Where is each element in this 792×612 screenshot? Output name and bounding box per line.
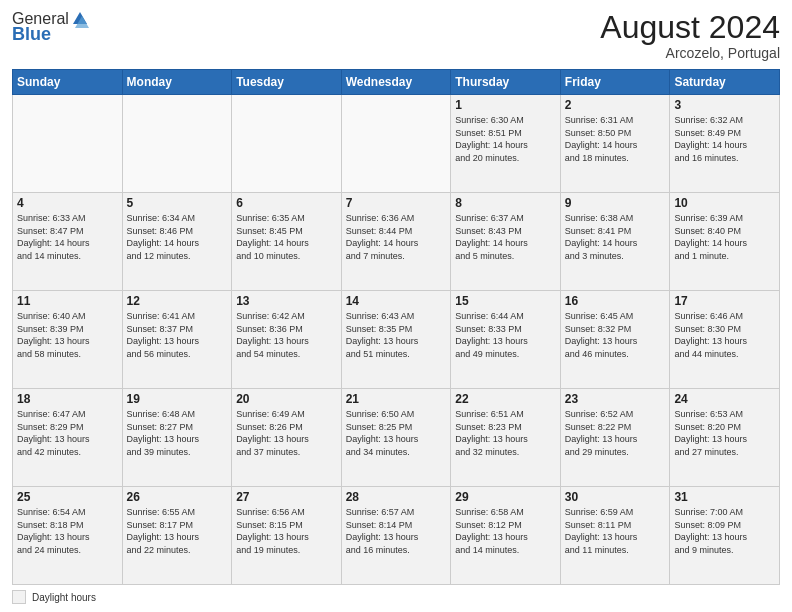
day-info: Sunrise: 6:42 AM Sunset: 8:36 PM Dayligh… bbox=[236, 310, 337, 360]
day-cell: 14Sunrise: 6:43 AM Sunset: 8:35 PM Dayli… bbox=[341, 291, 451, 389]
day-cell: 25Sunrise: 6:54 AM Sunset: 8:18 PM Dayli… bbox=[13, 487, 123, 585]
day-cell: 12Sunrise: 6:41 AM Sunset: 8:37 PM Dayli… bbox=[122, 291, 232, 389]
weekday-saturday: Saturday bbox=[670, 70, 780, 95]
day-info: Sunrise: 6:30 AM Sunset: 8:51 PM Dayligh… bbox=[455, 114, 556, 164]
logo: General Blue bbox=[12, 10, 89, 45]
day-info: Sunrise: 6:52 AM Sunset: 8:22 PM Dayligh… bbox=[565, 408, 666, 458]
day-cell: 29Sunrise: 6:58 AM Sunset: 8:12 PM Dayli… bbox=[451, 487, 561, 585]
day-info: Sunrise: 6:38 AM Sunset: 8:41 PM Dayligh… bbox=[565, 212, 666, 262]
day-cell: 10Sunrise: 6:39 AM Sunset: 8:40 PM Dayli… bbox=[670, 193, 780, 291]
day-number: 28 bbox=[346, 490, 447, 504]
day-info: Sunrise: 6:53 AM Sunset: 8:20 PM Dayligh… bbox=[674, 408, 775, 458]
day-number: 31 bbox=[674, 490, 775, 504]
day-cell: 5Sunrise: 6:34 AM Sunset: 8:46 PM Daylig… bbox=[122, 193, 232, 291]
day-number: 2 bbox=[565, 98, 666, 112]
day-number: 27 bbox=[236, 490, 337, 504]
day-info: Sunrise: 6:45 AM Sunset: 8:32 PM Dayligh… bbox=[565, 310, 666, 360]
day-cell: 3Sunrise: 6:32 AM Sunset: 8:49 PM Daylig… bbox=[670, 95, 780, 193]
location-subtitle: Arcozelo, Portugal bbox=[600, 45, 780, 61]
day-cell: 21Sunrise: 6:50 AM Sunset: 8:25 PM Dayli… bbox=[341, 389, 451, 487]
day-info: Sunrise: 6:40 AM Sunset: 8:39 PM Dayligh… bbox=[17, 310, 118, 360]
day-number: 7 bbox=[346, 196, 447, 210]
header: General Blue August 2024 Arcozelo, Portu… bbox=[12, 10, 780, 61]
day-info: Sunrise: 6:32 AM Sunset: 8:49 PM Dayligh… bbox=[674, 114, 775, 164]
day-info: Sunrise: 6:35 AM Sunset: 8:45 PM Dayligh… bbox=[236, 212, 337, 262]
day-info: Sunrise: 6:50 AM Sunset: 8:25 PM Dayligh… bbox=[346, 408, 447, 458]
day-number: 17 bbox=[674, 294, 775, 308]
day-cell: 22Sunrise: 6:51 AM Sunset: 8:23 PM Dayli… bbox=[451, 389, 561, 487]
day-info: Sunrise: 6:34 AM Sunset: 8:46 PM Dayligh… bbox=[127, 212, 228, 262]
day-info: Sunrise: 6:33 AM Sunset: 8:47 PM Dayligh… bbox=[17, 212, 118, 262]
weekday-friday: Friday bbox=[560, 70, 670, 95]
weekday-header-row: SundayMondayTuesdayWednesdayThursdayFrid… bbox=[13, 70, 780, 95]
day-info: Sunrise: 6:49 AM Sunset: 8:26 PM Dayligh… bbox=[236, 408, 337, 458]
day-cell: 8Sunrise: 6:37 AM Sunset: 8:43 PM Daylig… bbox=[451, 193, 561, 291]
day-cell: 16Sunrise: 6:45 AM Sunset: 8:32 PM Dayli… bbox=[560, 291, 670, 389]
day-number: 23 bbox=[565, 392, 666, 406]
day-info: Sunrise: 6:55 AM Sunset: 8:17 PM Dayligh… bbox=[127, 506, 228, 556]
day-number: 22 bbox=[455, 392, 556, 406]
day-cell: 26Sunrise: 6:55 AM Sunset: 8:17 PM Dayli… bbox=[122, 487, 232, 585]
day-number: 25 bbox=[17, 490, 118, 504]
day-cell: 17Sunrise: 6:46 AM Sunset: 8:30 PM Dayli… bbox=[670, 291, 780, 389]
day-number: 21 bbox=[346, 392, 447, 406]
day-info: Sunrise: 6:39 AM Sunset: 8:40 PM Dayligh… bbox=[674, 212, 775, 262]
day-number: 24 bbox=[674, 392, 775, 406]
legend-swatch bbox=[12, 590, 26, 604]
day-number: 12 bbox=[127, 294, 228, 308]
day-info: Sunrise: 6:58 AM Sunset: 8:12 PM Dayligh… bbox=[455, 506, 556, 556]
day-info: Sunrise: 6:36 AM Sunset: 8:44 PM Dayligh… bbox=[346, 212, 447, 262]
day-info: Sunrise: 6:54 AM Sunset: 8:18 PM Dayligh… bbox=[17, 506, 118, 556]
day-cell: 1Sunrise: 6:30 AM Sunset: 8:51 PM Daylig… bbox=[451, 95, 561, 193]
logo-icon bbox=[71, 10, 89, 28]
weekday-tuesday: Tuesday bbox=[232, 70, 342, 95]
day-number: 1 bbox=[455, 98, 556, 112]
weekday-wednesday: Wednesday bbox=[341, 70, 451, 95]
day-cell bbox=[341, 95, 451, 193]
day-info: Sunrise: 6:44 AM Sunset: 8:33 PM Dayligh… bbox=[455, 310, 556, 360]
day-number: 26 bbox=[127, 490, 228, 504]
day-number: 19 bbox=[127, 392, 228, 406]
week-row-5: 25Sunrise: 6:54 AM Sunset: 8:18 PM Dayli… bbox=[13, 487, 780, 585]
day-cell: 6Sunrise: 6:35 AM Sunset: 8:45 PM Daylig… bbox=[232, 193, 342, 291]
day-cell: 2Sunrise: 6:31 AM Sunset: 8:50 PM Daylig… bbox=[560, 95, 670, 193]
day-number: 20 bbox=[236, 392, 337, 406]
day-number: 30 bbox=[565, 490, 666, 504]
day-info: Sunrise: 6:48 AM Sunset: 8:27 PM Dayligh… bbox=[127, 408, 228, 458]
day-cell: 18Sunrise: 6:47 AM Sunset: 8:29 PM Dayli… bbox=[13, 389, 123, 487]
weekday-sunday: Sunday bbox=[13, 70, 123, 95]
logo-blue-text: Blue bbox=[12, 24, 51, 45]
title-block: August 2024 Arcozelo, Portugal bbox=[600, 10, 780, 61]
day-cell: 4Sunrise: 6:33 AM Sunset: 8:47 PM Daylig… bbox=[13, 193, 123, 291]
day-number: 18 bbox=[17, 392, 118, 406]
day-cell bbox=[13, 95, 123, 193]
day-info: Sunrise: 6:51 AM Sunset: 8:23 PM Dayligh… bbox=[455, 408, 556, 458]
week-row-2: 4Sunrise: 6:33 AM Sunset: 8:47 PM Daylig… bbox=[13, 193, 780, 291]
day-number: 13 bbox=[236, 294, 337, 308]
day-cell: 31Sunrise: 7:00 AM Sunset: 8:09 PM Dayli… bbox=[670, 487, 780, 585]
week-row-1: 1Sunrise: 6:30 AM Sunset: 8:51 PM Daylig… bbox=[13, 95, 780, 193]
day-info: Sunrise: 6:47 AM Sunset: 8:29 PM Dayligh… bbox=[17, 408, 118, 458]
day-info: Sunrise: 6:46 AM Sunset: 8:30 PM Dayligh… bbox=[674, 310, 775, 360]
month-year-title: August 2024 bbox=[600, 10, 780, 45]
day-number: 6 bbox=[236, 196, 337, 210]
day-number: 9 bbox=[565, 196, 666, 210]
day-number: 14 bbox=[346, 294, 447, 308]
day-number: 11 bbox=[17, 294, 118, 308]
day-number: 15 bbox=[455, 294, 556, 308]
day-info: Sunrise: 6:31 AM Sunset: 8:50 PM Dayligh… bbox=[565, 114, 666, 164]
day-cell: 13Sunrise: 6:42 AM Sunset: 8:36 PM Dayli… bbox=[232, 291, 342, 389]
day-number: 5 bbox=[127, 196, 228, 210]
legend: Daylight hours bbox=[12, 590, 780, 604]
day-info: Sunrise: 6:57 AM Sunset: 8:14 PM Dayligh… bbox=[346, 506, 447, 556]
day-cell: 20Sunrise: 6:49 AM Sunset: 8:26 PM Dayli… bbox=[232, 389, 342, 487]
day-cell: 9Sunrise: 6:38 AM Sunset: 8:41 PM Daylig… bbox=[560, 193, 670, 291]
legend-label: Daylight hours bbox=[32, 592, 96, 603]
day-info: Sunrise: 6:59 AM Sunset: 8:11 PM Dayligh… bbox=[565, 506, 666, 556]
day-info: Sunrise: 6:56 AM Sunset: 8:15 PM Dayligh… bbox=[236, 506, 337, 556]
week-row-4: 18Sunrise: 6:47 AM Sunset: 8:29 PM Dayli… bbox=[13, 389, 780, 487]
day-cell: 24Sunrise: 6:53 AM Sunset: 8:20 PM Dayli… bbox=[670, 389, 780, 487]
day-cell: 23Sunrise: 6:52 AM Sunset: 8:22 PM Dayli… bbox=[560, 389, 670, 487]
day-number: 29 bbox=[455, 490, 556, 504]
day-number: 4 bbox=[17, 196, 118, 210]
